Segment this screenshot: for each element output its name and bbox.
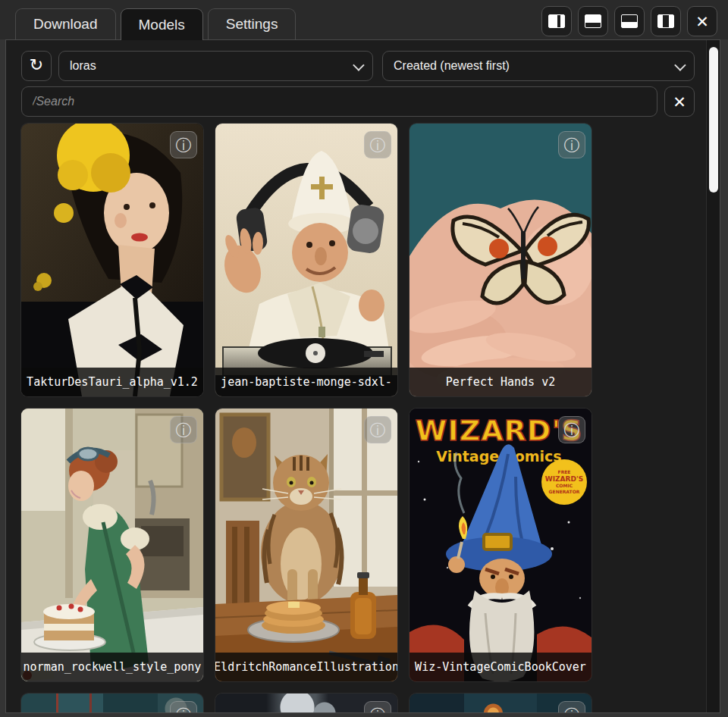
tab-settings[interactable]: Settings [208, 8, 297, 39]
chevron-down-icon [353, 59, 365, 71]
model-card-wiz-vintage-comic[interactable]: WIZARD'S Vintage Comics FREE WIZARD'S CO… [410, 409, 592, 681]
model-name: TakturDesTauri_alpha_v1.2 [21, 368, 203, 396]
model-name: Wiz-VintageComicBookCover [410, 653, 592, 681]
layout-left-split-button[interactable] [541, 6, 572, 36]
model-card-takturdestauri[interactable]: ⓘ TakturDesTauri_alpha_v1.2 [21, 124, 203, 396]
sort-select[interactable]: Created (newest first) [382, 51, 695, 81]
model-card-perfect-hands[interactable]: ⓘ Perfect Hands v2 [410, 124, 592, 396]
close-icon: ✕ [673, 94, 686, 110]
window-buttons: ✕ [541, 6, 717, 36]
model-card-partial[interactable]: ⓘ [21, 694, 203, 713]
layout-middle-button[interactable] [651, 6, 681, 36]
model-card-partial[interactable]: ⓘ [410, 694, 592, 713]
info-icon: ⓘ [176, 422, 192, 438]
tab-download[interactable]: Download [15, 8, 116, 39]
model-info-button[interactable]: ⓘ [364, 701, 391, 713]
models-window: Download Models Settings ✕ ↻ loras Creat… [0, 0, 728, 717]
tab-models[interactable]: Models [121, 8, 203, 40]
card-art-cat-pancakes [215, 409, 397, 681]
model-name: jean-baptiste-monge-sdxl- [215, 368, 397, 396]
card-art-butterfly-hands [410, 124, 592, 396]
info-icon: ⓘ [176, 707, 192, 714]
browser-toolbar: ↻ loras Created (newest first) [21, 51, 695, 81]
info-icon: ⓘ [176, 137, 192, 153]
model-info-button[interactable]: ⓘ [558, 416, 585, 443]
model-type-select[interactable]: loras [58, 51, 373, 81]
info-icon: ⓘ [564, 422, 580, 438]
model-info-button[interactable]: ⓘ [364, 416, 391, 443]
badge-line: GENERATOR [549, 489, 580, 494]
badge-line: COMIC [556, 483, 573, 488]
model-card-grid: ⓘ TakturDesTauri_alpha_v1.2 [21, 124, 592, 713]
info-icon: ⓘ [564, 707, 580, 714]
info-icon: ⓘ [370, 137, 386, 153]
info-icon: ⓘ [564, 137, 580, 153]
clear-search-button[interactable]: ✕ [664, 86, 695, 117]
model-name: Perfect Hands v2 [410, 368, 592, 396]
card-art-kitchen-baker [21, 409, 203, 681]
model-type-value: loras [70, 59, 96, 73]
layout-top-button[interactable] [578, 6, 608, 36]
model-info-button[interactable]: ⓘ [558, 131, 585, 158]
refresh-button[interactable]: ↻ [21, 51, 52, 81]
info-icon: ⓘ [370, 422, 386, 438]
info-icon: ⓘ [370, 707, 386, 714]
model-info-button[interactable]: ⓘ [170, 131, 197, 158]
chevron-down-icon [674, 59, 686, 71]
search-input[interactable] [21, 86, 657, 117]
model-info-button[interactable]: ⓘ [170, 701, 197, 713]
scrollbar-track[interactable] [706, 40, 720, 712]
card-art-wizard-comic: WIZARD'S Vintage Comics FREE WIZARD'S CO… [410, 409, 592, 681]
panel-middle-icon [657, 14, 674, 28]
model-card-partial[interactable]: ⓘ [215, 694, 397, 713]
model-info-button[interactable]: ⓘ [170, 416, 197, 443]
card-art-pope-dj [215, 124, 397, 396]
layout-bottom-button[interactable] [614, 6, 645, 36]
panel-bottom-icon [621, 14, 638, 28]
close-icon: ✕ [695, 14, 709, 30]
badge-line: WIZARD'S [545, 475, 583, 483]
sort-value: Created (newest first) [394, 59, 510, 73]
models-panel: ↻ loras Created (newest first) ✕ [5, 39, 720, 713]
badge-line: FREE [558, 469, 571, 474]
model-name: EldritchRomanceIllustration [215, 653, 397, 681]
close-button[interactable]: ✕ [687, 6, 717, 36]
search-row: ✕ [21, 86, 695, 117]
model-card-eldritch-romance[interactable]: ⓘ EldritchRomanceIllustration [215, 409, 397, 681]
scrollbar-thumb[interactable] [709, 47, 718, 193]
model-info-button[interactable]: ⓘ [364, 131, 391, 158]
model-card-jean-baptiste[interactable]: ⓘ jean-baptiste-monge-sdxl- [215, 124, 397, 396]
panel-top-icon [585, 14, 601, 28]
model-name: norman_rockwell_style_pony [21, 653, 203, 681]
refresh-icon: ↻ [30, 57, 43, 74]
panel-split-vertical-icon [548, 14, 565, 28]
card-art-portrait [21, 124, 203, 396]
model-card-norman-rockwell[interactable]: ⓘ norman_rockwell_style_pony [21, 409, 203, 681]
model-info-button[interactable]: ⓘ [558, 701, 585, 713]
